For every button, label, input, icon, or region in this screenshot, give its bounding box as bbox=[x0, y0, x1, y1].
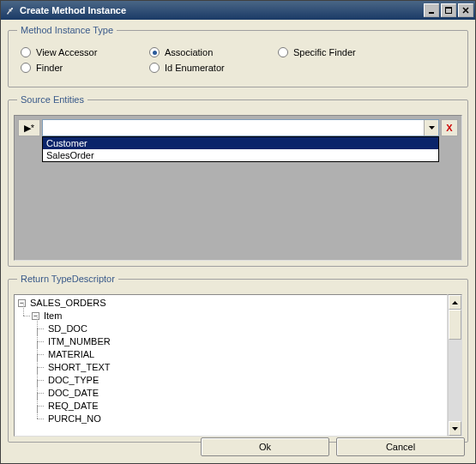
tree-label: SHORT_TEXT bbox=[48, 361, 111, 374]
method-instance-type-legend: Method Instance Type bbox=[17, 25, 117, 35]
dialog-footer: Ok Cancel bbox=[201, 437, 465, 456]
radio-row-2: Finder Id Enumerator bbox=[17, 63, 459, 73]
tree-label: PURCH_NO bbox=[48, 413, 101, 425]
radio-icon bbox=[149, 47, 160, 57]
cancel-button[interactable]: Cancel bbox=[336, 437, 465, 456]
delete-row-button[interactable]: X bbox=[441, 119, 458, 136]
dialog-window: Create Method Instance Method Instance T… bbox=[0, 0, 476, 464]
dropdown-text bbox=[43, 120, 424, 136]
tree-label: MATERIAL bbox=[48, 348, 94, 361]
tree-node-sd-doc[interactable]: SD_DOC bbox=[45, 322, 443, 335]
dropdown-input[interactable] bbox=[42, 119, 439, 136]
tree-label: ITM_NUMBER bbox=[48, 335, 111, 348]
dropdown-option-salesorder[interactable]: SalesOrder bbox=[43, 149, 438, 161]
window-title: Create Method Instance bbox=[20, 5, 424, 15]
scroll-down-button[interactable] bbox=[449, 421, 461, 436]
tree-node-purch-no[interactable]: PURCH_NO bbox=[45, 413, 443, 425]
tree-node-item[interactable]: − Item bbox=[32, 310, 443, 322]
svg-point-0 bbox=[11, 8, 13, 9]
chevron-down-icon bbox=[429, 126, 435, 130]
radio-label: View Accessor bbox=[36, 47, 97, 57]
collapse-icon[interactable]: − bbox=[32, 312, 39, 320]
vertical-scrollbar[interactable] bbox=[448, 294, 462, 437]
tree-label: REQ_DATE bbox=[48, 400, 98, 413]
radio-icon bbox=[149, 63, 160, 73]
minimize-button[interactable] bbox=[424, 3, 439, 17]
radio-specific-finder[interactable]: Specific Finder bbox=[278, 47, 381, 57]
tree-label: DOC_DATE bbox=[48, 387, 99, 400]
ok-button[interactable]: Ok bbox=[201, 437, 329, 456]
dialog-body: Method Instance Type View Accessor Assoc… bbox=[1, 20, 475, 455]
grid-row: ▶* Customer SalesOrder bbox=[18, 119, 458, 136]
return-body: − SALES_ORDERS − Item bbox=[14, 294, 462, 437]
dropdown-option-customer[interactable]: Customer bbox=[43, 137, 438, 149]
row-indicator: ▶* bbox=[18, 119, 40, 136]
radio-row-1: View Accessor Association Specific Finde… bbox=[17, 47, 459, 57]
tree-node-sales-orders[interactable]: − SALES_ORDERS bbox=[18, 297, 443, 310]
title-bar: Create Method Instance bbox=[1, 1, 475, 20]
tree-label: SD_DOC bbox=[48, 322, 87, 335]
svg-rect-1 bbox=[429, 12, 434, 14]
radio-icon bbox=[21, 47, 31, 57]
delete-icon: X bbox=[446, 123, 452, 133]
tree-label: DOC_TYPE bbox=[48, 374, 99, 387]
maximize-button[interactable] bbox=[441, 3, 456, 17]
radio-label: Association bbox=[165, 47, 213, 57]
radio-view-accessor[interactable]: View Accessor bbox=[21, 47, 124, 57]
radio-id-enumerator[interactable]: Id Enumerator bbox=[149, 63, 252, 73]
window-controls bbox=[424, 3, 473, 17]
tree-node-doc-date[interactable]: DOC_DATE bbox=[45, 387, 443, 400]
method-instance-type-group: Method Instance Type View Accessor Assoc… bbox=[8, 25, 468, 87]
source-entities-legend: Source Entities bbox=[17, 94, 87, 105]
radio-association[interactable]: Association bbox=[149, 47, 252, 57]
radio-icon bbox=[278, 47, 288, 57]
tree-node-doc-type[interactable]: DOC_TYPE bbox=[45, 374, 443, 387]
close-button[interactable] bbox=[458, 3, 473, 17]
dropdown-list: Customer SalesOrder bbox=[42, 136, 439, 162]
scroll-track[interactable] bbox=[449, 340, 461, 421]
radio-icon bbox=[21, 63, 31, 73]
entity-dropdown[interactable]: Customer SalesOrder bbox=[42, 119, 439, 136]
svg-rect-3 bbox=[445, 7, 452, 9]
tree-node-material[interactable]: MATERIAL bbox=[45, 348, 443, 361]
tree-view[interactable]: − SALES_ORDERS − Item bbox=[14, 294, 448, 437]
radio-label: Finder bbox=[36, 63, 63, 73]
tree-node-short-text[interactable]: SHORT_TEXT bbox=[45, 361, 443, 374]
tree-label: SALES_ORDERS bbox=[30, 297, 106, 310]
return-type-descriptor-group: Return TypeDescriptor − SALES_ORDERS bbox=[8, 274, 468, 443]
tree: − SALES_ORDERS − Item bbox=[18, 297, 443, 425]
source-entities-grid: ▶* Customer SalesOrder bbox=[14, 115, 462, 261]
source-entities-group: Source Entities ▶* Customer SalesO bbox=[8, 94, 468, 267]
radio-finder[interactable]: Finder bbox=[21, 63, 124, 73]
radio-label: Id Enumerator bbox=[165, 63, 225, 73]
tree-node-itm-number[interactable]: ITM_NUMBER bbox=[45, 335, 443, 348]
tree-label: Item bbox=[44, 310, 62, 322]
app-icon bbox=[4, 4, 16, 16]
collapse-icon[interactable]: − bbox=[18, 299, 26, 307]
tree-node-req-date[interactable]: REQ_DATE bbox=[45, 400, 443, 413]
scroll-thumb[interactable] bbox=[449, 310, 461, 340]
return-type-descriptor-legend: Return TypeDescriptor bbox=[17, 274, 118, 284]
dropdown-arrow-button[interactable] bbox=[424, 120, 438, 136]
scroll-up-button[interactable] bbox=[449, 295, 461, 310]
radio-label: Specific Finder bbox=[293, 47, 356, 57]
